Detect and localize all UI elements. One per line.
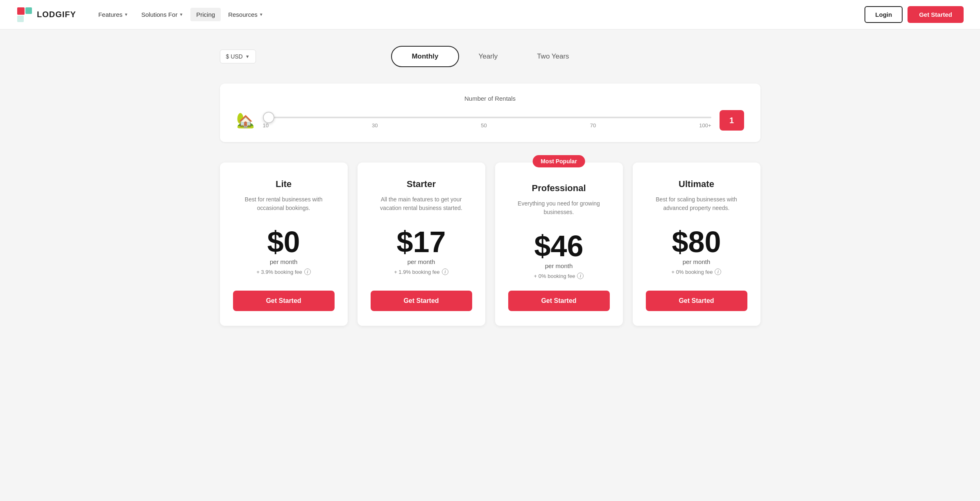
info-icon[interactable]: i	[577, 273, 584, 279]
nav-actions: Login Get Started	[865, 6, 964, 23]
nav-links: Features ▼ Solutions For ▼ Pricing Resou…	[93, 8, 865, 21]
plan-desc: Best for scaling businesses with advance…	[646, 195, 747, 216]
main-content: $ USD ▼ Monthly Yearly Two Years Number …	[204, 29, 777, 342]
rentals-row: 🏡 10 30 50 70 100+ 1	[236, 110, 744, 131]
currency-label: $ USD	[226, 53, 243, 60]
plan-fee: + 1.9% booking fee i	[394, 269, 448, 275]
billing-tabs: Monthly Yearly Two Years	[391, 46, 588, 67]
navbar: LODGIFY Features ▼ Solutions For ▼ Prici…	[0, 0, 980, 29]
plan-period: per month	[683, 258, 711, 265]
get-started-nav-button[interactable]: Get Started	[908, 6, 964, 23]
plan-price: $17	[396, 227, 446, 257]
slider-container: 10 30 50 70 100+	[263, 113, 711, 129]
plan-price: $80	[672, 227, 721, 257]
plan-card-starter: Starter All the main features to get you…	[358, 162, 485, 326]
most-popular-badge: Most Popular	[532, 155, 585, 167]
plan-fee: + 0% booking fee i	[672, 269, 722, 275]
chevron-down-icon: ▼	[245, 54, 250, 59]
plan-name: Professional	[532, 183, 586, 194]
get-started-starter-button[interactable]: Get Started	[371, 291, 472, 311]
plan-period: per month	[407, 258, 435, 265]
slider-thumb[interactable]	[263, 112, 274, 123]
plan-period: per month	[270, 258, 298, 265]
login-button[interactable]: Login	[865, 6, 903, 23]
slider-track	[263, 117, 711, 118]
info-icon[interactable]: i	[304, 269, 311, 275]
chevron-down-icon: ▼	[179, 12, 183, 17]
tab-monthly[interactable]: Monthly	[391, 46, 459, 67]
billing-section: $ USD ▼ Monthly Yearly Two Years	[220, 46, 760, 67]
currency-selector[interactable]: $ USD ▼	[220, 50, 256, 63]
get-started-professional-button[interactable]: Get Started	[508, 291, 610, 311]
nav-solutions[interactable]: Solutions For ▼	[136, 8, 189, 21]
info-icon[interactable]: i	[442, 269, 448, 275]
rental-count-badge: 1	[720, 110, 744, 131]
plan-desc: Everything you need for growing business…	[508, 199, 610, 220]
info-icon[interactable]: i	[715, 269, 721, 275]
rentals-label: Number of Rentals	[236, 95, 744, 102]
plan-price: $0	[267, 227, 300, 257]
logo[interactable]: LODGIFY	[16, 7, 76, 23]
svg-rect-1	[17, 7, 25, 15]
svg-rect-2	[25, 7, 32, 14]
plan-name: Ultimate	[679, 179, 714, 190]
plan-period: per month	[545, 262, 573, 269]
plan-card-ultimate: Ultimate Best for scaling businesses wit…	[633, 162, 760, 326]
plan-desc: Best for rental businesses with occasion…	[233, 195, 335, 216]
chevron-down-icon: ▼	[259, 12, 263, 17]
get-started-lite-button[interactable]: Get Started	[233, 291, 335, 311]
nav-pricing[interactable]: Pricing	[190, 8, 221, 21]
logo-text: LODGIFY	[37, 10, 76, 19]
chevron-down-icon: ▼	[124, 12, 128, 17]
nav-features[interactable]: Features ▼	[93, 8, 134, 21]
plan-fee: + 0% booking fee i	[534, 273, 584, 279]
svg-rect-3	[17, 16, 24, 22]
tab-two-years[interactable]: Two Years	[517, 47, 588, 66]
rentals-section: Number of Rentals 🏡 10 30 50 70 100+ 1	[220, 84, 760, 142]
tab-yearly[interactable]: Yearly	[459, 47, 518, 66]
plan-name: Lite	[276, 179, 292, 190]
plan-fee: + 3.9% booking fee i	[256, 269, 311, 275]
plan-desc: All the main features to get your vacati…	[371, 195, 472, 216]
plan-card-professional: Most Popular Professional Everything you…	[495, 162, 623, 326]
get-started-ultimate-button[interactable]: Get Started	[646, 291, 747, 311]
pricing-cards: Lite Best for rental businesses with occ…	[220, 162, 760, 326]
plan-card-lite: Lite Best for rental businesses with occ…	[220, 162, 348, 326]
plan-price: $46	[534, 231, 583, 261]
slider-labels: 10 30 50 70 100+	[263, 122, 711, 129]
nav-resources[interactable]: Resources ▼	[222, 8, 269, 21]
plan-name: Starter	[407, 179, 436, 190]
house-icon: 🏡	[236, 112, 255, 129]
